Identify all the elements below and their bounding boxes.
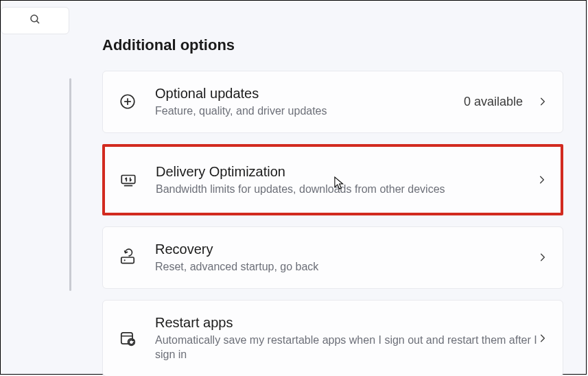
row-title: Optional updates xyxy=(155,85,464,102)
chevron-right-icon xyxy=(538,333,548,343)
search-icon xyxy=(29,13,41,28)
delivery-optimization-icon xyxy=(119,170,138,189)
row-description: Automatically save my restartable apps w… xyxy=(155,333,538,362)
restart-apps-icon xyxy=(118,329,137,348)
svg-rect-7 xyxy=(121,257,134,263)
recovery-icon xyxy=(118,248,137,267)
chevron-right-icon xyxy=(537,175,547,185)
row-title: Delivery Optimization xyxy=(156,163,537,180)
row-title: Recovery xyxy=(155,241,538,258)
svg-rect-5 xyxy=(121,175,135,183)
search-box[interactable] xyxy=(1,7,69,34)
row-optional-updates[interactable]: Optional updates Feature, quality, and d… xyxy=(102,71,563,133)
row-description: Reset, advanced startup, go back xyxy=(155,259,538,274)
plus-circle-icon xyxy=(118,92,137,111)
chevron-right-icon xyxy=(538,252,548,262)
row-recovery[interactable]: Recovery Reset, advanced startup, go bac… xyxy=(102,226,563,289)
row-description: Feature, quality, and driver updates xyxy=(155,104,464,119)
row-meta-available: 0 available xyxy=(464,95,523,109)
sidebar-scroll-indicator xyxy=(69,78,71,291)
row-description: Bandwidth limits for updates, downloads … xyxy=(156,182,537,197)
svg-point-0 xyxy=(31,15,38,22)
section-title: Additional options xyxy=(102,36,563,54)
row-title: Restart apps xyxy=(155,314,538,331)
chevron-right-icon xyxy=(538,97,548,106)
row-restart-apps[interactable]: Restart apps Automatically save my resta… xyxy=(102,300,563,376)
svg-point-8 xyxy=(124,260,126,261)
row-delivery-optimization[interactable]: Delivery Optimization Bandwidth limits f… xyxy=(102,144,563,216)
svg-line-1 xyxy=(37,21,39,23)
